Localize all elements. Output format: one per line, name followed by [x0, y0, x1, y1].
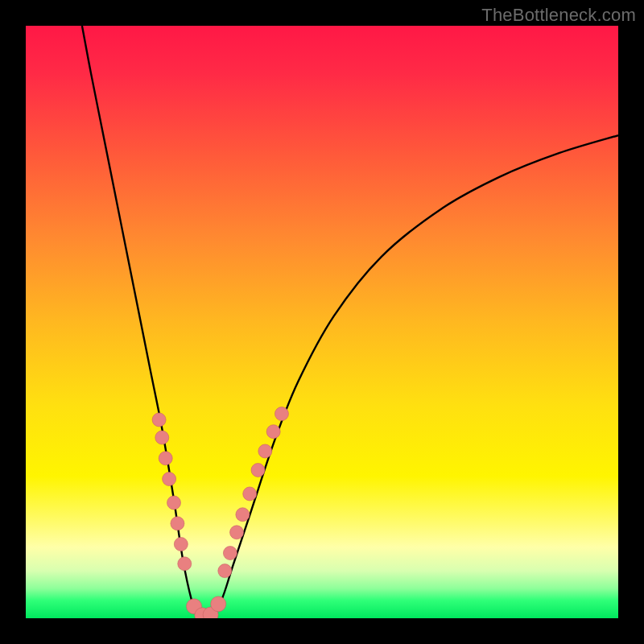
- curve-dot: [275, 407, 288, 421]
- curve-dot: [163, 473, 176, 486]
- curve-dot: [167, 496, 181, 510]
- bottleneck-curve: [82, 26, 618, 618]
- curve-dot: [251, 464, 265, 477]
- curve-dot: [171, 517, 184, 530]
- curve-dot: [258, 444, 272, 458]
- curve-dot: [178, 557, 192, 571]
- curve-dot: [218, 564, 232, 578]
- curve-dot: [174, 538, 188, 551]
- chart-svg: [26, 26, 618, 618]
- curve-dot: [155, 431, 169, 444]
- curve-dot: [236, 508, 250, 522]
- watermark-text: TheBottleneck.com: [481, 5, 636, 26]
- curve-dot: [223, 547, 237, 560]
- curve-dot: [243, 487, 257, 501]
- curve-dot: [230, 526, 244, 539]
- curve-dot: [152, 413, 166, 427]
- plot-area: [26, 26, 618, 618]
- curve-dots: [152, 407, 288, 618]
- chart-frame: TheBottleneck.com: [0, 0, 644, 644]
- curve-dot: [159, 452, 172, 465]
- curve-dot: [211, 597, 226, 612]
- curve-dot: [266, 425, 280, 439]
